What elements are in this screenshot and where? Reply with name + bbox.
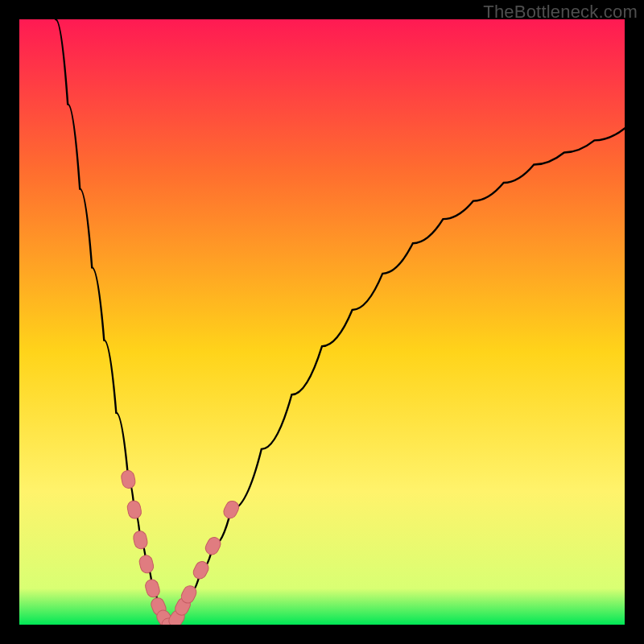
chart-frame [19, 19, 625, 625]
bottleneck-chart [19, 19, 625, 625]
chart-background [19, 19, 625, 625]
watermark-text: TheBottleneck.com [483, 2, 638, 23]
